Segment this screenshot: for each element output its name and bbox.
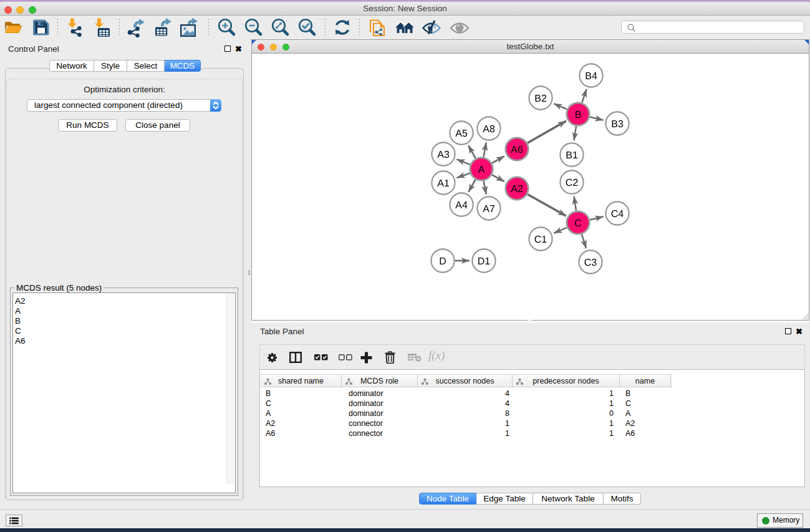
svg-text:A6: A6 (511, 145, 523, 155)
svg-text:B3: B3 (611, 119, 624, 130)
svg-text:B4: B4 (585, 71, 597, 82)
svg-text:A8: A8 (483, 124, 495, 135)
svg-text:D: D (439, 256, 446, 267)
svg-text:A3: A3 (437, 150, 450, 160)
svg-text:D1: D1 (478, 256, 491, 267)
svg-text:A1: A1 (437, 178, 450, 189)
svg-text:C: C (574, 218, 582, 229)
svg-text:A5: A5 (455, 128, 468, 139)
svg-text:C2: C2 (566, 178, 579, 188)
svg-text:B: B (575, 110, 582, 120)
svg-text:A7: A7 (483, 204, 495, 215)
svg-text:A: A (478, 165, 485, 175)
svg-text:A4: A4 (455, 200, 468, 211)
svg-text:C4: C4 (611, 209, 624, 220)
svg-text:C3: C3 (584, 258, 597, 268)
svg-text:C1: C1 (534, 235, 547, 245)
svg-text:A2: A2 (511, 184, 523, 195)
svg-text:B1: B1 (566, 150, 578, 161)
svg-text:B2: B2 (534, 94, 547, 104)
